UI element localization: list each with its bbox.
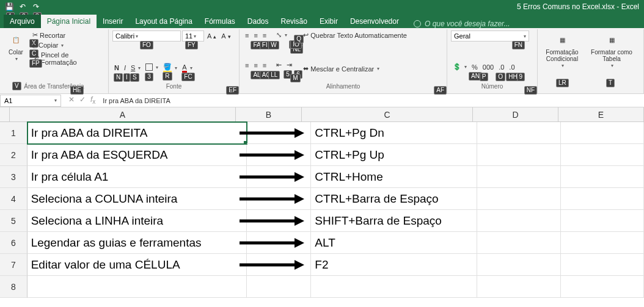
cell[interactable]	[561, 210, 644, 232]
percent-button[interactable]: %	[470, 63, 480, 71]
cell[interactable]	[477, 254, 560, 276]
cell[interactable]	[561, 166, 644, 188]
tab-developer[interactable]: Desenvolvedor	[344, 15, 405, 28]
cell[interactable]	[561, 254, 644, 276]
cell[interactable]	[247, 254, 311, 276]
cell[interactable]	[477, 166, 560, 188]
save-icon[interactable]: 💾	[5, 2, 13, 11]
number-format-combo[interactable]: Geral ▾ FN	[451, 31, 529, 42]
tell-me-search[interactable]: O que você deseja fazer...	[405, 20, 510, 28]
column-header[interactable]: B	[236, 107, 302, 122]
align-bottom-button[interactable]: ≡	[261, 31, 268, 40]
conditional-formatting-button[interactable]: ▦ Formatação Condicional ▾ LR	[541, 31, 583, 88]
align-top-button[interactable]: ≡	[243, 31, 251, 40]
row-header[interactable]: 3	[0, 166, 27, 188]
cell[interactable]	[561, 122, 644, 144]
column-header[interactable]: E	[558, 107, 644, 122]
align-left-button[interactable]: ≡	[243, 61, 251, 70]
wrap-text-button[interactable]: ↩ Quebrar Texto Automaticamente IO	[301, 31, 409, 40]
font-size-combo[interactable]: 11 ▾ FY	[182, 31, 204, 42]
align-center-button[interactable]: ≡	[252, 61, 259, 70]
format-painter-button[interactable]: 🖌 Pincel de Formatação FP	[31, 51, 104, 67]
cell[interactable]	[477, 188, 560, 210]
cell[interactable]: Seleciona a LINHA inteira	[27, 210, 247, 232]
cell[interactable]	[477, 122, 560, 144]
tab-review[interactable]: Revisão	[275, 15, 313, 28]
cell[interactable]	[247, 276, 311, 298]
column-header[interactable]: D	[473, 107, 558, 122]
align-middle-button[interactable]: ≡	[252, 31, 259, 40]
tab-data[interactable]: Dados	[241, 15, 275, 28]
format-as-table-button[interactable]: ▦ Formatar como Tabela ▾ T	[588, 31, 635, 88]
decrease-font-button[interactable]: A▾	[219, 32, 232, 40]
tab-formulas[interactable]: Fórmulas	[199, 15, 241, 28]
underline-button[interactable]: S▾	[129, 63, 142, 72]
align-right-button[interactable]: ≡	[261, 61, 268, 70]
cell[interactable]: Seleciona a COLUNA inteira	[27, 188, 247, 210]
row-header[interactable]: 2	[0, 144, 27, 166]
cell[interactable]: Legendar as guias e ferramentas	[27, 232, 247, 254]
enter-icon[interactable]: ✓	[79, 95, 86, 105]
redo-icon[interactable]: ↷	[32, 2, 40, 11]
paste-button[interactable]: 📋 Colar ▾ V	[4, 31, 28, 82]
cell[interactable]	[561, 276, 644, 298]
cell[interactable]: CTRL+Pg Up	[311, 144, 477, 166]
cell[interactable]: CTRL+Pg Dn	[311, 122, 477, 144]
bold-button[interactable]: N	[112, 63, 121, 72]
cell[interactable]	[561, 188, 644, 210]
tab-layout[interactable]: Layout da Página	[129, 15, 198, 28]
cell[interactable]	[247, 166, 311, 188]
cell[interactable]: Ir pra ABA da DIREITA	[27, 122, 247, 144]
row-header[interactable]: 4	[0, 188, 27, 210]
increase-indent-button[interactable]: ⇥	[285, 60, 294, 70]
cell[interactable]	[247, 188, 311, 210]
merge-center-button[interactable]: ⬌ Mesclar e Centralizar ▾ M Q	[301, 64, 409, 73]
cell[interactable]	[477, 232, 560, 254]
font-color-button[interactable]: A▾	[180, 63, 194, 73]
cell[interactable]: Editar valor de uma CÉLULA	[27, 254, 247, 276]
thousands-button[interactable]: 000	[481, 63, 496, 71]
orientation-button[interactable]: ⤡▾	[274, 31, 289, 40]
copy-button[interactable]: ⎘ Copiar ▾ C	[31, 41, 104, 49]
tab-home[interactable]: Página Inicial	[41, 15, 97, 28]
cell[interactable]: CTRL+Barra de Espaço	[311, 188, 477, 210]
cell[interactable]: F2	[311, 254, 477, 276]
cell[interactable]	[247, 122, 311, 144]
cell[interactable]: Ir pra célula A1	[27, 166, 247, 188]
cell[interactable]	[477, 276, 560, 298]
row-header[interactable]: 1	[0, 122, 27, 144]
row-header[interactable]: 6	[0, 232, 27, 254]
cell[interactable]	[27, 276, 247, 298]
cell[interactable]	[561, 232, 644, 254]
increase-font-button[interactable]: A▴	[205, 32, 218, 40]
column-header[interactable]: A	[10, 107, 236, 122]
cell[interactable]	[247, 232, 311, 254]
currency-button[interactable]: 💲▾	[451, 62, 469, 71]
borders-button[interactable]: ▾	[144, 63, 160, 71]
cell[interactable]: Ir pra ABA da ESQUERDA	[27, 144, 247, 166]
cell[interactable]: SHIFT+Barra de Espaço	[311, 210, 477, 232]
row-header[interactable]: 7	[0, 254, 27, 276]
decrease-decimal-button[interactable]: .0	[507, 63, 516, 71]
cell[interactable]: ALT	[311, 232, 477, 254]
cell[interactable]	[561, 144, 644, 166]
italic-button[interactable]: I	[122, 63, 128, 72]
cut-button[interactable]: ✂ Recortar X	[31, 31, 104, 40]
tab-view[interactable]: Exibir	[313, 15, 344, 28]
name-box[interactable]: A1 ▾	[0, 95, 61, 107]
formula-input[interactable]: Ir pra ABA da DIREITA	[99, 97, 644, 104]
cancel-icon[interactable]: ✕	[68, 95, 75, 105]
tab-insert[interactable]: Inserir	[97, 15, 129, 28]
font-name-combo[interactable]: Calibri ▾ FO	[112, 31, 181, 42]
decrease-indent-button[interactable]: ⇤	[274, 60, 284, 70]
undo-icon[interactable]: ↶	[18, 2, 27, 11]
cell[interactable]	[477, 144, 560, 166]
increase-decimal-button[interactable]: .0	[497, 63, 506, 71]
cell[interactable]	[247, 210, 311, 232]
cell[interactable]	[311, 276, 477, 298]
tab-file[interactable]: Arquivo	[4, 15, 41, 28]
row-header[interactable]: 8	[0, 276, 27, 298]
select-all-corner[interactable]	[0, 107, 10, 122]
cell[interactable]	[477, 210, 560, 232]
fx-icon[interactable]: fx	[90, 95, 95, 105]
